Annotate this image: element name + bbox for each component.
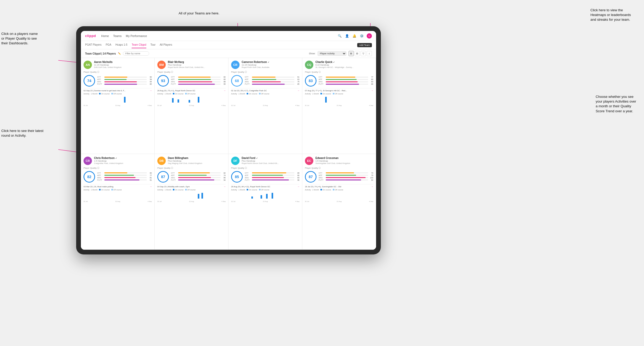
player-name[interactable]: Charlie Quick ✓ xyxy=(315,61,373,63)
stat-value: 60 xyxy=(148,76,152,78)
tab-all-players[interactable]: All Players xyxy=(160,42,172,48)
last-round[interactable]: 26 Aug 23 | 84 (+12), Royal North Devon … xyxy=(231,184,299,188)
nav-link-performance[interactable]: My Performance xyxy=(126,33,147,39)
quality-section[interactable]: 87 OTT 82 APP 74 ARG xyxy=(157,171,226,183)
nav-link-teams[interactable]: Teams xyxy=(113,33,122,39)
player-name[interactable]: David Ford ✓ xyxy=(242,157,299,159)
filter-input[interactable] xyxy=(123,51,149,56)
annotation-latest-round: Click here to see their latestround or A… xyxy=(1,129,43,138)
quality-section[interactable]: 74 OTT 60 APP 58 ARG xyxy=(84,75,152,87)
quality-section[interactable]: 82 OTT 60 APP 77 ARG xyxy=(84,171,152,183)
quality-circle[interactable]: 93 xyxy=(157,75,169,87)
quality-section-wrap: Player Quality ⓘ 87 OTT 82 APP 74 xyxy=(157,167,226,183)
quality-section[interactable]: 68 OTT 61 APP 63 ARG xyxy=(231,75,299,87)
player-header: AN Aaron Nicholls 11-15 Handicap Drift G… xyxy=(84,61,152,69)
stat-row: APP 80 xyxy=(319,78,373,80)
edit-icon[interactable]: ✏️ xyxy=(118,52,121,55)
stat-value: 75 xyxy=(295,81,299,83)
last-round[interactable]: 26 Aug 23 | 73 (+1), Royal North Devon G… xyxy=(157,88,226,92)
nav-link-home[interactable]: Home xyxy=(101,33,109,39)
quality-label: Player Quality ⓘ xyxy=(157,71,226,73)
quality-circle[interactable]: 87 xyxy=(157,171,169,183)
stat-bar xyxy=(104,79,127,80)
player-avatar: DF xyxy=(231,157,240,165)
last-round[interactable]: 07 Aug 23 | 77 (+7), St George's Hill GC… xyxy=(305,88,373,92)
chart-date: 21 Aug xyxy=(189,201,194,202)
last-round-text: 03 Mar 23 | 19, Must make putting xyxy=(84,185,113,188)
stat-bar xyxy=(326,172,354,173)
stat-bar xyxy=(104,179,139,180)
tab-pga[interactable]: PGA xyxy=(106,42,111,48)
chart-date: 31 Jul xyxy=(231,201,235,202)
quality-section[interactable]: 85 OTT 89 APP 80 ARG xyxy=(231,171,299,183)
stat-value: 74 xyxy=(221,174,226,176)
quality-circle[interactable]: 68 xyxy=(231,75,243,87)
stat-bar-container xyxy=(326,77,368,78)
chart-date: 4 Sep xyxy=(369,105,373,106)
last-round[interactable]: 04 Sep 23 | Mobility with coach, Gym → xyxy=(157,184,226,188)
search-icon[interactable]: 🔍 xyxy=(337,34,342,38)
stats-list: OTT 82 APP 74 ARG 85 xyxy=(171,172,226,182)
last-round[interactable]: 02 Jul 23 | 59 (+17), Craigmillar Park G… xyxy=(231,88,299,92)
player-name[interactable]: Edward Crossman xyxy=(315,157,373,159)
stat-row: ARG 75 xyxy=(245,81,299,83)
player-card: AN Aaron Nicholls 11-15 Handicap Drift G… xyxy=(81,58,155,154)
person-icon[interactable]: 👤 xyxy=(345,34,349,38)
stat-value: 79 xyxy=(369,174,373,176)
team-label: Team Clippd | 14 Players xyxy=(85,52,116,55)
quality-circle[interactable]: 87 xyxy=(305,171,316,183)
tab-tour[interactable]: Tour xyxy=(150,42,155,48)
quality-section[interactable]: 93 OTT 84 APP 85 ARG xyxy=(157,75,226,87)
last-round[interactable]: 02 Sep 23 | Sunrise round to get back in… xyxy=(84,88,152,92)
quality-section-wrap: Player Quality ⓘ 83 OTT 77 APP 80 xyxy=(305,71,373,87)
quality-circle[interactable]: 82 xyxy=(84,171,95,183)
quality-section[interactable]: 83 OTT 77 APP 80 ARG xyxy=(305,75,373,87)
bell-icon[interactable]: 🔔 xyxy=(352,34,357,38)
avatar-icon[interactable]: U xyxy=(367,33,372,39)
show-select[interactable]: Player Activity Quality Score Trend xyxy=(318,51,346,56)
nav-logo[interactable]: clippd xyxy=(85,34,96,38)
activity-label: Activity · 1 Month On course Off course xyxy=(157,93,226,95)
last-round[interactable]: 18 Jul 23 | 74 (+4), Sunningdale GC - Ol… xyxy=(305,184,373,188)
stat-bar-container xyxy=(104,79,147,80)
chart-dates: 31 Jul21 Aug4 Sep xyxy=(305,105,373,106)
stat-row: OTT 60 xyxy=(97,172,152,174)
player-name[interactable]: Blair McHarg xyxy=(168,61,226,63)
tab-team-clippd[interactable]: Team Clippd xyxy=(132,42,146,48)
filter-button[interactable]: ▽ xyxy=(361,51,366,56)
player-name[interactable]: Aaron Nicholls xyxy=(94,61,152,63)
add-team-button[interactable]: Add Team xyxy=(357,43,372,47)
player-card: CR Chris Robertson ✓ 1-5 Handicap Craigm… xyxy=(81,154,155,250)
last-round[interactable]: 03 Mar 23 | 19, Must make putting → xyxy=(84,184,152,188)
arrow-right-icon: → xyxy=(224,89,226,92)
settings-icon[interactable]: ⚙️ xyxy=(359,34,364,38)
stat-bar xyxy=(252,172,286,173)
activity-chart: 31 Jul21 Aug4 Sep xyxy=(157,192,226,202)
quality-circle[interactable]: 74 xyxy=(84,75,95,87)
tab-pgat-players[interactable]: PGAT Players xyxy=(85,42,101,48)
quality-section[interactable]: 87 OTT 73 APP 79 ARG xyxy=(305,171,373,183)
stat-value: 85 xyxy=(221,177,226,179)
stat-row: PUTT 85 xyxy=(97,83,152,85)
activity-section: Activity · 1 Month On course Off course … xyxy=(231,93,299,106)
chart-date: 21 Aug xyxy=(263,201,268,202)
stat-value: 77 xyxy=(369,76,373,78)
grid-small-view-button[interactable]: ⊟ xyxy=(355,51,360,56)
player-name[interactable]: Chris Robertson ✓ xyxy=(94,157,152,159)
sort-button[interactable]: ↕ xyxy=(367,51,372,56)
quality-circle[interactable]: 83 xyxy=(305,75,316,87)
player-name[interactable]: Cameron Robertson ✓ xyxy=(242,61,299,63)
player-avatar: DB xyxy=(157,157,166,165)
quality-circle[interactable]: 85 xyxy=(231,171,243,183)
stats-list: OTT 60 APP 77 ARG 81 xyxy=(97,172,152,182)
last-round-text: 02 Jul 23 | 59 (+17), Craigmillar Park G… xyxy=(231,89,267,92)
player-name[interactable]: Dave Billingham xyxy=(168,157,226,159)
chart-date: 4 Sep xyxy=(221,105,226,106)
stat-bar xyxy=(178,84,215,85)
stat-value: 96 xyxy=(295,179,299,181)
grid-large-view-button[interactable]: ⊞ xyxy=(349,51,354,56)
verified-badge: ✓ xyxy=(333,61,335,63)
stat-label: PUTT xyxy=(97,83,103,85)
tab-hcaps[interactable]: Hcaps 1-5 xyxy=(116,42,128,48)
stat-bar xyxy=(326,81,358,82)
